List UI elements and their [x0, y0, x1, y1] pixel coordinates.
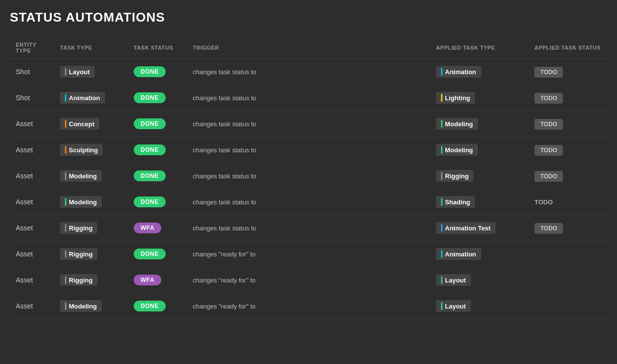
- applied-task-type-color-bar: [441, 68, 442, 76]
- task-type-badge[interactable]: Rigging: [60, 274, 97, 286]
- task-type-color-bar: [65, 146, 66, 154]
- task-type-cell: Modeling: [54, 163, 128, 189]
- task-type-cell: Modeling: [54, 189, 128, 215]
- table-row: AssetConceptDONEchanges task status toMo…: [10, 111, 607, 137]
- applied-task-type-badge[interactable]: Modeling: [436, 118, 478, 130]
- page-title: STATUS AUTOMATIONS: [10, 10, 607, 25]
- applied-task-type-badge[interactable]: Layout: [436, 274, 471, 286]
- applied-task-type-cell: Layout: [430, 293, 529, 319]
- table-row: AssetModelingDONEchanges "ready for" toL…: [10, 293, 607, 319]
- applied-task-type-cell: Animation: [430, 59, 529, 85]
- task-type-label: Rigging: [69, 251, 92, 258]
- task-type-label: Modeling: [69, 172, 97, 180]
- task-status-cell: DONE: [128, 111, 187, 137]
- task-type-color-bar: [65, 68, 66, 76]
- task-status-badge[interactable]: DONE: [134, 144, 166, 155]
- entity-type-cell: Asset: [10, 189, 54, 215]
- task-status-cell: DONE: [128, 189, 187, 215]
- applied-task-status-cell: TODO: [529, 85, 607, 111]
- applied-task-type-cell: Rigging: [430, 163, 529, 189]
- applied-task-status-badge[interactable]: TODO: [534, 198, 553, 206]
- applied-task-status-badge[interactable]: TODO: [534, 145, 563, 156]
- task-type-color-bar: [65, 276, 66, 284]
- applied-task-type-label: Shading: [445, 198, 470, 206]
- applied-task-type-color-bar: [441, 146, 442, 154]
- applied-task-type-cell: Lighting: [430, 85, 529, 111]
- applied-task-type-label: Layout: [445, 303, 466, 310]
- table-header-row: Entity Type TASK TYPE TASK STATUS TRIGGE…: [10, 37, 607, 59]
- trigger-cell: changes task status to: [187, 111, 430, 137]
- task-type-badge[interactable]: Rigging: [60, 222, 97, 234]
- task-status-badge[interactable]: WFA: [134, 275, 161, 285]
- task-type-badge[interactable]: Modeling: [60, 196, 102, 208]
- applied-task-status-badge[interactable]: TODO: [534, 223, 563, 234]
- task-type-badge[interactable]: Sculpting: [60, 144, 103, 156]
- task-type-color-bar: [65, 120, 66, 128]
- applied-task-status-cell: [529, 241, 607, 267]
- trigger-cell: changes task status to: [187, 85, 430, 111]
- task-type-color-bar: [65, 172, 66, 180]
- task-status-cell: WFA: [128, 215, 187, 241]
- applied-task-type-badge[interactable]: Layout: [436, 300, 471, 312]
- applied-task-type-badge[interactable]: Animation: [436, 66, 481, 78]
- applied-task-status-badge[interactable]: TODO: [534, 119, 563, 130]
- task-status-badge[interactable]: WFA: [134, 223, 161, 233]
- col-header-applied-task-type: APPLIED TASK TYPE: [430, 37, 529, 59]
- applied-task-status-badge[interactable]: TODO: [534, 93, 563, 104]
- applied-task-type-cell: Animation: [430, 241, 529, 267]
- task-type-cell: Layout: [54, 59, 128, 85]
- task-status-badge[interactable]: DONE: [134, 249, 166, 259]
- automations-table: Entity Type TASK TYPE TASK STATUS TRIGGE…: [10, 37, 607, 319]
- entity-type-cell: Asset: [10, 241, 54, 267]
- task-status-badge[interactable]: DONE: [134, 170, 166, 181]
- applied-task-type-color-bar: [441, 198, 442, 206]
- task-type-cell: Animation: [54, 85, 128, 111]
- applied-task-type-badge[interactable]: Rigging: [436, 170, 473, 182]
- task-status-cell: WFA: [128, 267, 187, 293]
- table-row: AssetSculptingDONEchanges task status to…: [10, 137, 607, 163]
- applied-task-type-label: Modeling: [445, 120, 473, 128]
- task-type-badge[interactable]: Concept: [60, 118, 99, 130]
- task-type-badge[interactable]: Animation: [60, 92, 105, 104]
- applied-task-status-badge[interactable]: TODO: [534, 67, 563, 78]
- applied-task-type-cell: Modeling: [430, 137, 529, 163]
- task-status-badge[interactable]: DONE: [134, 66, 166, 77]
- task-type-label: Rigging: [69, 277, 92, 284]
- task-type-label: Modeling: [69, 198, 97, 206]
- task-type-badge[interactable]: Rigging: [60, 248, 97, 260]
- applied-task-status-cell: TODO: [529, 59, 607, 85]
- task-type-badge[interactable]: Modeling: [60, 300, 102, 312]
- trigger-cell: changes task status to: [187, 163, 430, 189]
- entity-type-cell: Shot: [10, 59, 54, 85]
- applied-task-type-cell: Layout: [430, 267, 529, 293]
- task-status-badge[interactable]: DONE: [134, 301, 166, 311]
- task-status-badge[interactable]: DONE: [134, 196, 166, 207]
- applied-task-status-badge[interactable]: TODO: [534, 171, 563, 182]
- applied-task-status-cell: [529, 267, 607, 293]
- table-row: AssetRiggingWFAchanges task status toAni…: [10, 215, 607, 241]
- task-type-color-bar: [65, 94, 66, 102]
- table-row: AssetRiggingDONEchanges "ready for" toAn…: [10, 241, 607, 267]
- applied-task-type-badge[interactable]: Animation: [436, 248, 481, 260]
- applied-task-type-badge[interactable]: Animation Test: [436, 222, 496, 234]
- applied-task-type-badge[interactable]: Shading: [436, 196, 475, 208]
- task-type-label: Sculpting: [69, 146, 98, 154]
- applied-task-type-color-bar: [441, 276, 442, 284]
- trigger-cell: changes task status to: [187, 189, 430, 215]
- applied-task-type-badge[interactable]: Lighting: [436, 92, 475, 104]
- col-header-task-status: TASK STATUS: [128, 37, 187, 59]
- task-status-cell: DONE: [128, 293, 187, 319]
- task-type-badge[interactable]: Layout: [60, 66, 95, 78]
- applied-task-type-badge[interactable]: Modeling: [436, 144, 478, 156]
- trigger-cell: changes task status to: [187, 59, 430, 85]
- applied-task-status-cell: [529, 293, 607, 319]
- applied-task-type-label: Lighting: [445, 94, 470, 102]
- applied-task-type-cell: Animation Test: [430, 215, 529, 241]
- entity-type-cell: Asset: [10, 215, 54, 241]
- task-status-badge[interactable]: DONE: [134, 92, 166, 103]
- applied-task-status-cell: TODO: [529, 189, 607, 215]
- table-row: ShotLayoutDONEchanges task status toAnim…: [10, 59, 607, 85]
- task-status-badge[interactable]: DONE: [134, 118, 166, 129]
- task-type-badge[interactable]: Modeling: [60, 170, 102, 182]
- applied-task-type-label: Layout: [445, 277, 466, 284]
